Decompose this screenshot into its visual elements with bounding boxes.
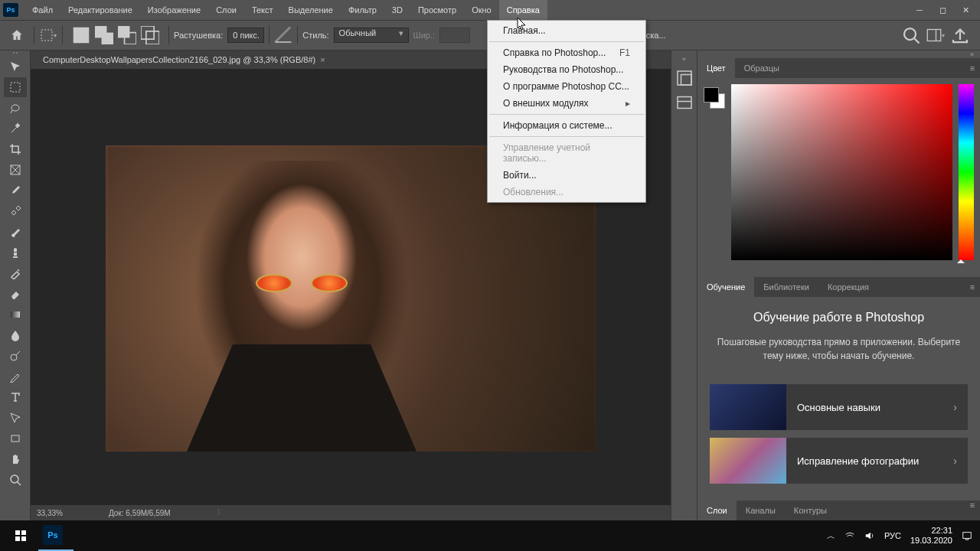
- marquee-preset-icon[interactable]: ▾: [39, 26, 57, 44]
- tool-hand[interactable]: [4, 449, 27, 469]
- tool-gradient[interactable]: [4, 305, 27, 324]
- help-item[interactable]: Руководства по Photoshop...: [488, 61, 645, 78]
- tool-blur[interactable]: [4, 325, 27, 345]
- tool-move[interactable]: [4, 57, 27, 77]
- tool-brush[interactable]: [4, 222, 27, 242]
- menu-изображение[interactable]: Изображение: [140, 0, 208, 20]
- system-tray: ︿ РУС 22:31 19.03.2020: [827, 526, 977, 546]
- svg-rect-19: [15, 530, 20, 535]
- help-item: Управление учетной записью...: [488, 139, 645, 167]
- menu-слои[interactable]: Слои: [208, 0, 244, 20]
- tool-healing[interactable]: [4, 201, 27, 221]
- add-selection-icon[interactable]: [95, 26, 113, 44]
- properties-panel-icon[interactable]: [675, 93, 694, 112]
- help-item[interactable]: О программе Photoshop CC...: [488, 78, 645, 95]
- tool-wand[interactable]: [4, 119, 27, 139]
- panel-menu-icon[interactable]: ≡: [965, 64, 980, 73]
- tool-path[interactable]: [4, 408, 27, 428]
- tool-eraser[interactable]: [4, 284, 27, 304]
- saturation-value-box[interactable]: [731, 84, 952, 260]
- tool-pen[interactable]: [4, 367, 27, 386]
- subtract-selection-icon[interactable]: [118, 26, 136, 44]
- menu-текст[interactable]: Текст: [244, 0, 281, 20]
- menu-3d[interactable]: 3D: [384, 0, 410, 20]
- toolbar: [0, 51, 31, 520]
- volume-icon[interactable]: [864, 530, 875, 541]
- svg-rect-12: [11, 311, 20, 318]
- learn-card-retouch[interactable]: Исправление фотографии ›: [710, 438, 968, 484]
- tray-language[interactable]: РУС: [884, 531, 901, 540]
- style-dropdown[interactable]: Обычный: [334, 28, 409, 43]
- tool-stamp[interactable]: [4, 243, 27, 262]
- tool-eyedrop[interactable]: [4, 181, 27, 201]
- svg-rect-0: [41, 30, 52, 41]
- tab-channels[interactable]: Каналы: [737, 500, 785, 520]
- tray-chevron-icon[interactable]: ︿: [827, 530, 835, 542]
- learn-card-basics[interactable]: Основные навыки ›: [710, 384, 968, 430]
- tool-frame[interactable]: [4, 160, 27, 180]
- close-button[interactable]: ✕: [954, 2, 977, 18]
- document-tab[interactable]: ComputerDesktopWallpapersCollection2166_…: [37, 51, 332, 69]
- doc-size[interactable]: Док: 6,59M/6,59M: [109, 509, 171, 517]
- home-button[interactable]: [5, 24, 29, 46]
- tab-layers[interactable]: Слои: [697, 500, 737, 520]
- menu-редактирование[interactable]: Редактирование: [60, 0, 140, 20]
- share-icon[interactable]: [951, 26, 969, 44]
- tray-clock[interactable]: 22:31 19.03.2020: [910, 526, 952, 546]
- new-selection-icon[interactable]: [72, 26, 90, 44]
- help-item[interactable]: Войти...: [488, 167, 645, 184]
- maximize-button[interactable]: ◻: [931, 2, 954, 18]
- help-item[interactable]: Главная...: [488, 22, 645, 39]
- fg-bg-swatch[interactable]: [704, 87, 725, 109]
- help-item[interactable]: О внешних модулях▸: [488, 95, 645, 112]
- menu-просмотр[interactable]: Просмотр: [410, 0, 464, 20]
- tab-paths[interactable]: Контуры: [785, 500, 836, 520]
- panel-menu-icon[interactable]: ≡: [965, 500, 980, 520]
- wifi-icon[interactable]: [844, 530, 855, 541]
- svg-rect-22: [21, 536, 26, 541]
- tab-learn[interactable]: Обучение: [697, 277, 754, 297]
- tab-color[interactable]: Цвет: [697, 58, 735, 78]
- tool-rect[interactable]: [4, 429, 27, 448]
- svg-rect-3: [102, 33, 113, 44]
- zoom-value[interactable]: 33,33%: [37, 509, 63, 517]
- minimize-button[interactable]: ─: [908, 2, 931, 18]
- feather-input[interactable]: [227, 28, 264, 43]
- intersect-selection-icon[interactable]: [141, 26, 159, 44]
- hue-slider[interactable]: [959, 84, 974, 260]
- svg-rect-20: [21, 530, 26, 535]
- menubar: Ps ФайлРедактированиеИзображениеСлоиТекс…: [0, 0, 980, 20]
- tool-type[interactable]: [4, 387, 27, 407]
- tool-zoom[interactable]: [4, 470, 27, 490]
- svg-rect-9: [927, 30, 941, 41]
- tool-lasso[interactable]: [4, 98, 27, 118]
- menu-выделение[interactable]: Выделение: [281, 0, 341, 20]
- help-item[interactable]: Информация о системе...: [488, 117, 645, 134]
- width-label: Шир.:: [413, 31, 435, 40]
- tab-libraries[interactable]: Библиотеки: [754, 277, 818, 297]
- start-button[interactable]: [3, 520, 38, 551]
- panel-menu-icon[interactable]: ≡: [965, 282, 980, 292]
- workspace-icon[interactable]: ▾: [926, 26, 945, 44]
- menu-справка[interactable]: Справка: [499, 0, 547, 20]
- tab-adjustments[interactable]: Коррекция: [818, 277, 878, 297]
- tool-history[interactable]: [4, 263, 27, 283]
- notifications-icon[interactable]: [962, 530, 972, 541]
- help-item[interactable]: Справка по Photoshop...F1: [488, 44, 645, 61]
- taskbar-photoshop[interactable]: Ps: [38, 520, 74, 551]
- tool-dodge[interactable]: [4, 346, 27, 366]
- panel-collapse-icon[interactable]: »: [697, 51, 980, 58]
- menu-окно[interactable]: Окно: [464, 0, 499, 20]
- tab-swatches[interactable]: Образцы: [735, 58, 789, 78]
- learn-subtitle: Пошаговые руководства прямо в приложении…: [710, 335, 968, 363]
- expand-icon[interactable]: «: [671, 55, 697, 63]
- menu-фильтр[interactable]: Фильтр: [341, 0, 384, 20]
- menu-файл[interactable]: Файл: [24, 0, 60, 20]
- history-panel-icon[interactable]: [675, 69, 694, 87]
- close-tab-icon[interactable]: ×: [320, 51, 325, 69]
- antialias-icon[interactable]: [274, 26, 292, 44]
- tool-marquee[interactable]: [4, 77, 27, 97]
- style-label: Стиль:: [302, 31, 328, 40]
- search-icon[interactable]: [902, 26, 920, 44]
- tool-crop[interactable]: [4, 139, 27, 159]
